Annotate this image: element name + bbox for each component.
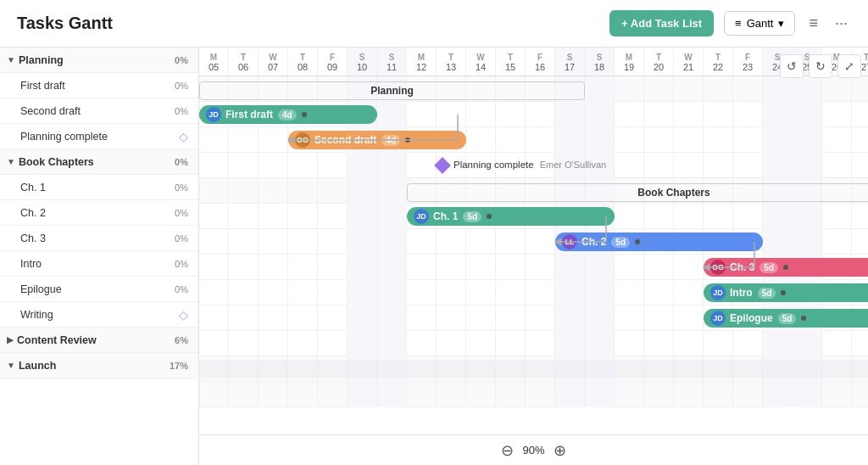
redo-button[interactable]: ↻ — [809, 54, 832, 78]
day-cell — [733, 331, 763, 356]
day-cell — [407, 356, 437, 382]
day-cell — [526, 229, 555, 255]
day-cell — [466, 127, 496, 153]
day-cell — [763, 102, 793, 127]
day-cell — [259, 382, 288, 407]
day-cell — [852, 356, 868, 382]
chevron-down-icon: ▾ — [778, 17, 784, 30]
day-cell — [229, 127, 259, 153]
zoom-in-button[interactable]: ⊕ — [554, 441, 566, 460]
day-cell — [585, 280, 615, 305]
undo-button[interactable]: ↺ — [780, 54, 804, 78]
day-cell — [377, 204, 407, 229]
day-cell — [496, 280, 526, 305]
sidebar-task-pct: 0% — [163, 233, 188, 244]
day-cell — [199, 178, 229, 204]
sidebar-group-content-review[interactable]: ▶ Content Review 6% — [0, 328, 198, 353]
day-cell — [763, 153, 793, 178]
day-cell — [348, 280, 377, 305]
day-cell — [555, 178, 585, 204]
sidebar-group-book-chapters[interactable]: ▼ Book Chapters 0% — [0, 149, 198, 175]
gantt-bar[interactable]: JDCh. 15d — [407, 207, 615, 226]
day-cell — [377, 76, 407, 102]
filter-button[interactable]: ≡ — [805, 11, 821, 36]
milestone-icon: ◇ — [179, 308, 188, 322]
day-cell — [852, 102, 868, 127]
day-cell — [348, 331, 377, 356]
sidebar-item-ch2[interactable]: Ch. 2 0% — [0, 200, 198, 226]
day-cell — [229, 204, 259, 229]
day-cell — [615, 178, 644, 204]
bar-label: Ch. 3 — [730, 261, 754, 273]
day-cell — [763, 204, 793, 229]
timeline-day: M12 — [407, 48, 437, 76]
dot-indicator — [487, 214, 492, 219]
timeline-day: S10 — [348, 48, 377, 76]
sidebar-item-intro[interactable]: Intro 0% — [0, 251, 198, 277]
sidebar-item-first-draft[interactable]: First draft 0% — [0, 73, 198, 98]
gantt-bar[interactable]: JDEpilogue5d — [704, 309, 868, 328]
day-cell — [496, 178, 526, 204]
day-cell — [348, 178, 377, 204]
day-cell — [793, 76, 822, 102]
day-cell — [733, 178, 763, 204]
badge: 5d — [758, 288, 776, 299]
sidebar-group-planning[interactable]: ▼ Planning 0% — [0, 48, 198, 73]
sidebar-item-ch3[interactable]: Ch. 3 0% — [0, 226, 198, 251]
day-cell — [733, 102, 763, 127]
day-cell — [822, 331, 852, 356]
sidebar-task-label: Ch. 3 — [20, 232, 163, 244]
gantt-bar[interactable]: OGSecond draft4d — [288, 131, 466, 149]
bar-label: Intro — [730, 287, 753, 299]
day-cell — [644, 305, 674, 331]
day-cell — [407, 382, 437, 407]
day-cell — [288, 153, 318, 178]
zoom-out-button[interactable]: ⊖ — [501, 441, 514, 460]
day-cell — [348, 153, 377, 178]
view-selector-button[interactable]: ≡ Gantt ▾ — [724, 11, 795, 36]
day-cell — [229, 178, 259, 204]
sidebar-group-label: Planning — [19, 54, 163, 66]
timeline-day: T06 — [229, 48, 259, 76]
day-cell — [852, 153, 868, 178]
day-cell — [852, 204, 868, 229]
add-task-button[interactable]: + Add Task List — [609, 10, 714, 36]
day-cell — [585, 127, 615, 153]
sidebar-item-writing[interactable]: Writing ◇ — [0, 302, 198, 328]
avatar: JD — [414, 209, 429, 224]
app-header: Tasks Gantt + Add Task List ≡ Gantt ▾ ≡ … — [0, 0, 868, 48]
timeline-day: S11 — [377, 48, 407, 76]
gantt-area[interactable]: ↺ ↻ ⤢ M05T06W07T08F09S10S11M12T13W14T15F… — [199, 48, 868, 465]
more-options-button[interactable]: ··· — [832, 11, 851, 36]
day-cell — [822, 127, 852, 153]
sidebar-item-epilogue[interactable]: Epilogue 0% — [0, 277, 198, 302]
day-cell — [437, 76, 466, 102]
gantt-bar[interactable]: JDFirst draft4d — [199, 105, 377, 124]
sidebar-task-pct: 0% — [163, 284, 188, 294]
day-cell — [466, 76, 496, 102]
day-cell — [437, 305, 466, 331]
page-title: Tasks Gantt — [17, 14, 113, 33]
bar-label: Second draft — [314, 134, 376, 146]
day-cell — [704, 331, 733, 356]
gantt-bar[interactable]: OGCh. 35d — [704, 258, 868, 277]
day-cell — [199, 76, 229, 102]
sidebar-item-ch1[interactable]: Ch. 1 0% — [0, 175, 198, 200]
gantt-bar[interactable]: LLCh. 25d — [555, 232, 763, 251]
sidebar-item-second-draft[interactable]: Second draft 0% — [0, 98, 198, 124]
gantt-row — [199, 178, 868, 204]
day-cell — [763, 229, 793, 255]
day-cell — [199, 229, 229, 255]
day-cell — [822, 356, 852, 382]
day-cell — [822, 76, 852, 102]
day-cell — [822, 229, 852, 255]
sidebar-task-pct: 0% — [163, 106, 188, 116]
gantt-row — [199, 229, 868, 255]
day-cell — [674, 76, 704, 102]
expand-button[interactable]: ⤢ — [837, 54, 861, 78]
sidebar-item-planning-complete[interactable]: Planning complete ◇ — [0, 124, 198, 149]
day-cell — [199, 255, 229, 280]
sidebar-group-launch[interactable]: ▼ Launch 17% — [0, 353, 198, 378]
gantt-bar[interactable]: JDIntro5d — [704, 283, 868, 302]
day-cell — [377, 280, 407, 305]
